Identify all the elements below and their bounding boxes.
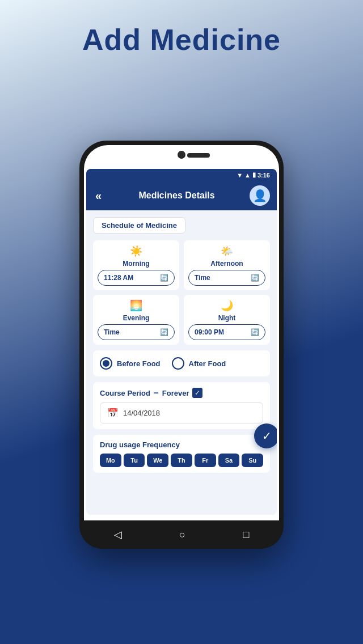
morning-icon: ☀️ [130, 245, 142, 257]
menu-nav-icon[interactable]: □ [243, 529, 249, 541]
back-nav-icon[interactable]: ◁ [114, 528, 122, 541]
before-food-option[interactable]: Before Food [100, 357, 161, 370]
clock: 3:16 [258, 172, 270, 179]
morning-refresh-icon: 🔄 [160, 274, 168, 282]
phone-frame: ▼ ▲ ▮ 3:16 « Medicines Details 👤 Schedul… [79, 141, 284, 549]
day-th[interactable]: Th [171, 454, 192, 467]
day-sa[interactable]: Sa [218, 454, 240, 467]
page-title: Add Medicine [0, 23, 363, 57]
day-tu[interactable]: Tu [124, 454, 145, 467]
confirm-fab-button[interactable]: ✓ [254, 423, 277, 448]
evening-refresh-icon: 🔄 [160, 328, 168, 336]
morning-time-input[interactable]: 11:28 AM 🔄 [98, 270, 175, 286]
signal-icon: ▲ [244, 172, 251, 179]
evening-label: Evening [123, 314, 150, 322]
forever-label: Forever [162, 389, 189, 397]
after-food-radio[interactable] [172, 357, 184, 370]
afternoon-slot: 🌤️ Afternoon Time 🔄 [184, 240, 270, 290]
afternoon-refresh-icon: 🔄 [251, 274, 259, 282]
night-refresh-icon: 🔄 [251, 328, 259, 336]
status-bar: ▼ ▲ ▮ 3:16 [86, 169, 277, 181]
date-value: 14/04/2018 [123, 409, 160, 417]
calendar-icon: 📅 [107, 408, 119, 418]
morning-time-value: 11:28 AM [104, 274, 133, 282]
avatar[interactable]: 👤 [250, 185, 270, 206]
bottom-nav: ◁ ○ □ [79, 520, 284, 549]
morning-label: Morning [123, 260, 149, 268]
back-button[interactable]: « [93, 187, 104, 205]
date-field[interactable]: 📅 14/04/2018 [100, 402, 263, 423]
night-label: Night [218, 314, 236, 322]
phone-speaker [187, 153, 210, 158]
before-food-label: Before Food [117, 359, 161, 368]
night-time-input[interactable]: 09:00 PM 🔄 [188, 324, 265, 340]
morning-slot: ☀️ Morning 11:28 AM 🔄 [93, 240, 179, 290]
night-icon: 🌙 [221, 299, 233, 312]
home-nav-icon[interactable]: ○ [179, 529, 185, 541]
after-food-option[interactable]: After Food [172, 357, 226, 370]
top-nav: « Medicines Details 👤 [86, 181, 277, 210]
phone-camera [178, 151, 185, 159]
after-food-label: After Food [189, 359, 226, 368]
evening-time-value: Time [104, 328, 120, 336]
food-section: Before Food After Food [93, 350, 270, 376]
evening-icon: 🌅 [130, 299, 142, 312]
afternoon-time-value: Time [195, 274, 210, 282]
drug-frequency-section: Drug usage Frequency Mo Tu We Th Fr Sa S… [93, 435, 270, 473]
schedule-grid: ☀️ Morning 11:28 AM 🔄 🌤️ Afternoon Time … [93, 240, 270, 345]
day-we[interactable]: We [147, 454, 168, 467]
phone-screen: ▼ ▲ ▮ 3:16 « Medicines Details 👤 Schedul… [86, 169, 277, 515]
confirm-checkmark-icon: ✓ [262, 429, 272, 443]
afternoon-label: Afternoon [210, 260, 243, 268]
night-slot: 🌙 Night 09:00 PM 🔄 [184, 295, 270, 345]
dash: – [154, 388, 159, 398]
drug-frequency-label: Drug usage Frequency [100, 440, 263, 449]
day-fr[interactable]: Fr [195, 454, 216, 467]
evening-slot: 🌅 Evening Time 🔄 [93, 295, 179, 345]
afternoon-time-input[interactable]: Time 🔄 [188, 270, 265, 286]
course-period-header: Course Period – Forever ✓ [100, 388, 263, 398]
course-period-section: Course Period – Forever ✓ 📅 14/04/2018 [93, 382, 270, 429]
battery-icon: ▮ [252, 171, 256, 179]
forever-checkbox[interactable]: ✓ [192, 388, 202, 398]
course-period-label: Course Period [100, 389, 150, 397]
schedule-section-label: Schedule of Medicine [93, 217, 185, 234]
afternoon-icon: 🌤️ [221, 245, 233, 257]
days-row: Mo Tu We Th Fr Sa Su [100, 454, 263, 467]
day-su[interactable]: Su [242, 454, 263, 467]
screen-content: Schedule of Medicine ☀️ Morning 11:28 AM… [86, 210, 277, 515]
evening-time-input[interactable]: Time 🔄 [98, 324, 175, 340]
status-icons: ▼ ▲ ▮ 3:16 [237, 171, 270, 179]
wifi-icon: ▼ [237, 172, 243, 179]
before-food-radio[interactable] [100, 357, 112, 370]
nav-title: Medicines Details [108, 190, 245, 201]
night-time-value: 09:00 PM [195, 328, 224, 336]
day-mo[interactable]: Mo [100, 454, 121, 467]
